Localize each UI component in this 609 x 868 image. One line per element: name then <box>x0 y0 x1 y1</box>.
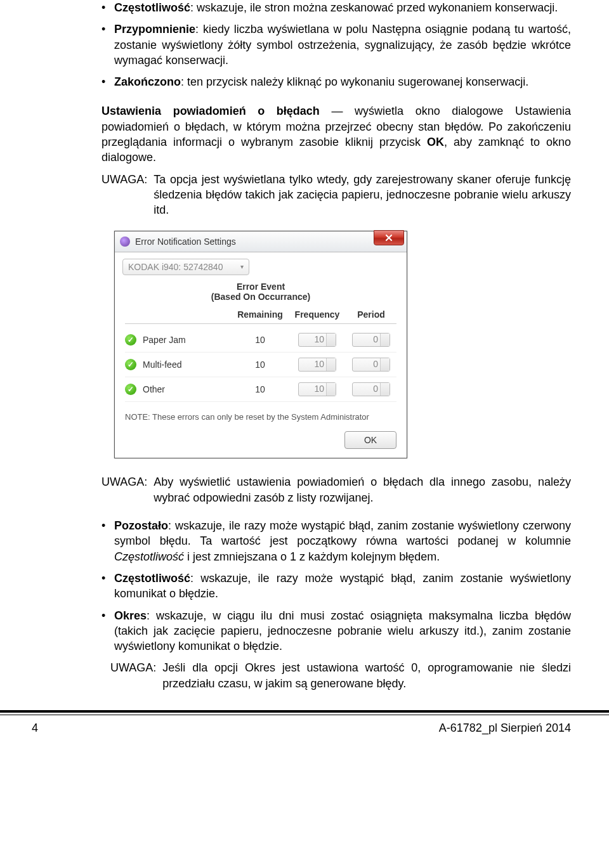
row-name: Multi-feed <box>143 360 232 370</box>
note-label: UWAGA: <box>102 474 154 505</box>
bullet-list-1: Częstotliwość: wskazuje, ile stron można… <box>102 0 571 89</box>
period-stepper[interactable]: 0 <box>352 382 390 396</box>
note-label: UWAGA: <box>102 172 154 218</box>
page-number: 4 <box>32 722 38 735</box>
bullet-item: Przypomnienie: kiedy liczba wyświetlana … <box>102 22 571 68</box>
bullet-item: Okres: wskazuje, w ciągu ilu dni musi zo… <box>102 608 571 654</box>
section-title: Error Event <box>125 282 396 292</box>
em: Częstotliwość <box>114 550 184 563</box>
bullet-item: Częstotliwość: wskazuje, ile razy może w… <box>102 571 571 602</box>
row-remaining: 10 <box>232 360 289 370</box>
note-label: UWAGA: <box>110 660 162 691</box>
check-icon: ✓ <box>125 334 136 346</box>
row-name: Other <box>143 384 232 394</box>
table-row: ✓ Multi-feed 10 10 0 <box>125 353 396 377</box>
period-stepper[interactable]: 0 <box>352 358 390 372</box>
close-icon <box>385 234 393 242</box>
term: Pozostało <box>114 519 168 532</box>
note-2: UWAGA: Aby wyświetlić ustawienia powiado… <box>102 474 571 505</box>
table-header: Remaining Frequency Period <box>125 309 396 324</box>
row-remaining: 10 <box>232 335 289 345</box>
dialog-note: NOTE: These errors can only be reset by … <box>125 412 396 423</box>
page-footer: 4 A-61782_pl Sierpień 2014 <box>0 722 609 748</box>
col-period: Period <box>346 309 396 320</box>
tail: i jest zmniejszana o 1 z każdym kolejnym… <box>184 550 440 563</box>
footer-rule <box>0 710 609 715</box>
text: : wskazuje, w ciągu ilu dni musi zostać … <box>114 609 571 653</box>
term: Przypomnienie <box>114 23 195 36</box>
table-row: ✓ Paper Jam 10 10 0 <box>125 328 396 353</box>
row-name: Paper Jam <box>143 335 232 345</box>
bullet-item: Częstotliwość: wskazuje, ile stron można… <box>102 0 571 15</box>
ok-button[interactable]: OK <box>344 431 396 449</box>
para-bold-2: OK <box>427 136 444 148</box>
row-remaining: 10 <box>232 384 289 394</box>
table-row: ✓ Other 10 10 0 <box>125 377 396 402</box>
note-3: UWAGA: Jeśli dla opcji Okres jest ustawi… <box>102 660 571 691</box>
text: : ten przycisk należy kliknąć po wykonan… <box>181 75 528 88</box>
dialog-titlebar: Error Notification Settings <box>115 231 407 252</box>
doc-id: A-61782_pl Sierpień 2014 <box>439 722 571 735</box>
col-frequency: Frequency <box>289 309 346 320</box>
note-body: Ta opcja jest wyświetlana tylko wtedy, g… <box>154 172 571 218</box>
term: Okres <box>114 609 147 622</box>
para-bold: Ustawienia powiadomień o błędach <box>102 105 320 117</box>
chevron-down-icon: ▾ <box>240 263 244 270</box>
app-icon <box>120 236 130 247</box>
frequency-stepper[interactable]: 10 <box>298 333 336 347</box>
bullet-item: Pozostało: wskazuje, ile razy może wystą… <box>102 518 571 564</box>
check-icon: ✓ <box>125 359 136 370</box>
bullet-list-2: Pozostało: wskazuje, ile razy może wystą… <box>102 518 571 654</box>
dropdown-value: KODAK i940: 52742840 <box>128 262 223 272</box>
note-body: Jeśli dla opcji Okres jest ustawiona war… <box>162 660 571 691</box>
paragraph-settings: Ustawienia powiadomień o błędach — wyświ… <box>102 103 571 165</box>
frequency-stepper[interactable]: 10 <box>298 358 336 372</box>
term: Częstotliwość <box>114 1 190 14</box>
note-1: UWAGA: Ta opcja jest wyświetlana tylko w… <box>102 172 571 218</box>
note-body: Aby wyświetlić ustawienia powiadomień o … <box>154 474 571 505</box>
col-remaining: Remaining <box>232 309 289 320</box>
frequency-stepper[interactable]: 10 <box>298 382 336 396</box>
period-stepper[interactable]: 0 <box>352 333 390 347</box>
text: : wskazuje, ile stron można zeskanować p… <box>190 1 558 14</box>
term: Częstotliwość <box>114 572 190 585</box>
section-subtitle: (Based On Occurrance) <box>125 292 396 302</box>
asset-dropdown[interactable]: KODAK i940: 52742840 ▾ <box>122 259 249 275</box>
close-button[interactable] <box>374 230 404 245</box>
term: Zakończono <box>114 75 181 88</box>
dialog-error-notification-settings: Error Notification Settings KODAK i940: … <box>114 231 407 459</box>
bullet-item: Zakończono: ten przycisk należy kliknąć … <box>102 74 571 89</box>
check-icon: ✓ <box>125 384 136 395</box>
text: : wskazuje, ile razy może wystąpić błąd,… <box>114 519 571 547</box>
dialog-title: Error Notification Settings <box>135 236 236 247</box>
